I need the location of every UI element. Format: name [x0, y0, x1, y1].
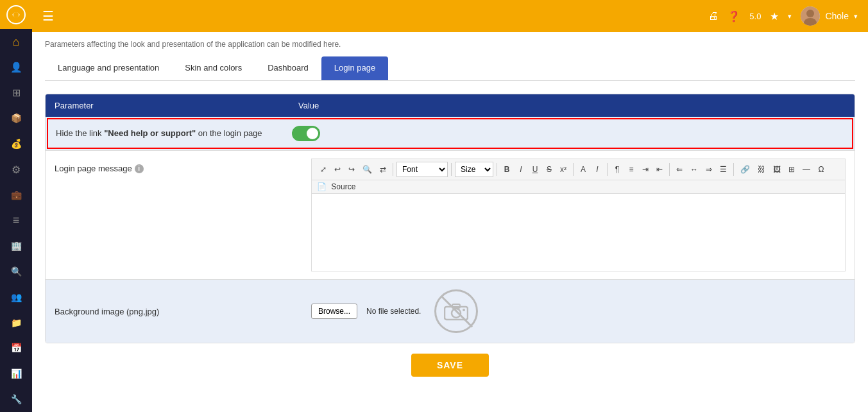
sidebar-item-folder[interactable]: 📁	[0, 310, 32, 336]
font-select[interactable]: Font	[396, 162, 448, 177]
sidebar-item-user[interactable]: 👤	[0, 55, 32, 80]
sidebar-item-building[interactable]: 🏢	[0, 233, 32, 259]
save-area: SAVE	[45, 343, 855, 383]
editor-indent-btn[interactable]: ⇥	[639, 162, 652, 177]
editor-font-color-btn[interactable]: A	[577, 162, 590, 177]
editor-undo-btn[interactable]: ↩	[331, 162, 344, 177]
sidebar-item-box[interactable]: 📦	[0, 106, 32, 132]
editor-unordered-list-btn[interactable]: ≡	[625, 162, 638, 177]
sidebar-item-wrench[interactable]: 🔧	[0, 386, 32, 412]
editor-wrapper: ⤢ ↩ ↪ 🔍 ⇄ Font	[311, 159, 846, 271]
editor-ordered-list-btn[interactable]: ¶	[611, 162, 624, 177]
toolbar-divider-3	[497, 163, 497, 176]
hide-help-link-row: Hide the link "Need help or support" on …	[47, 118, 853, 149]
svg-point-8	[463, 309, 465, 311]
editor-superscript-btn[interactable]: x²	[557, 162, 570, 177]
save-button[interactable]: SAVE	[411, 354, 489, 377]
editor-special-chars-btn[interactable]: Ω	[815, 162, 828, 177]
info-icon: i	[135, 164, 144, 173]
tab-dashboard[interactable]: Dashboard	[255, 56, 321, 80]
login-message-row: Login page message i ⤢ ↩ ↪ 🔍	[46, 150, 855, 279]
help-icon[interactable]: ❓	[728, 10, 740, 22]
editor-hr-btn[interactable]: —	[799, 162, 813, 177]
toolbar-divider-4	[573, 163, 574, 176]
editor-table-btn[interactable]: ⊞	[785, 162, 798, 177]
editor-redo-btn[interactable]: ↪	[345, 162, 358, 177]
editor-italic-btn[interactable]: I	[515, 162, 527, 177]
user-name: Chole	[825, 11, 849, 21]
editor-strikethrough-btn[interactable]: S	[543, 162, 556, 177]
bg-image-value: Browse... No file selected.	[311, 304, 421, 319]
main-area: ☰ 🖨 ❓ 5.0 ★ ▾ Chole ▾ Paramete	[32, 0, 868, 412]
user-dropdown-icon: ▾	[854, 12, 858, 21]
sidebar-item-chart[interactable]: 📊	[0, 361, 32, 386]
bg-image-row: Background image (png,jpg) Browse... No …	[46, 279, 855, 343]
print-icon[interactable]: 🖨	[708, 10, 719, 22]
toolbar-divider-6	[669, 163, 670, 176]
help-link-text: "Need help or support"	[104, 128, 196, 138]
editor-source-bar[interactable]: 📄 Source	[312, 180, 845, 194]
editor-underline-btn[interactable]: U	[529, 162, 541, 177]
editor-align-right-btn[interactable]: ⇒	[702, 162, 715, 177]
toggle-slider	[292, 126, 320, 141]
editor-unlink-btn[interactable]: ⛓	[754, 162, 769, 177]
hamburger-menu[interactable]: ☰	[42, 8, 54, 24]
editor-align-justify-btn[interactable]: ☰	[717, 162, 730, 177]
topbar: ☰ 🖨 ❓ 5.0 ★ ▾ Chole ▾	[32, 0, 868, 32]
sidebar-item-home[interactable]: ⌂	[0, 29, 32, 55]
editor-align-center-btn[interactable]: ↔	[687, 162, 701, 177]
editor-replace-btn[interactable]: ⇄	[377, 162, 389, 177]
parameter-table: Parameter Value Hide the link "Need help…	[45, 94, 855, 343]
editor-expand-btn[interactable]: ⤢	[317, 162, 330, 177]
sidebar-item-coins[interactable]: 💰	[0, 131, 32, 157]
sidebar-item-search[interactable]: 🔍	[0, 259, 32, 284]
sidebar-item-persons[interactable]: 👥	[0, 284, 32, 310]
hide-help-link-label: Hide the link "Need help or support" on …	[56, 127, 292, 141]
user-menu[interactable]: Chole ▾	[801, 6, 858, 26]
toolbar-divider-1	[393, 163, 393, 176]
page-description: Parameters affecting the look and presen…	[45, 40, 855, 49]
source-label: Source	[331, 182, 355, 191]
tab-skin[interactable]: Skin and colors	[172, 56, 255, 80]
avatar	[801, 6, 820, 26]
editor-link-btn[interactable]: 🔗	[737, 162, 753, 177]
editor-find-btn[interactable]: 🔍	[359, 162, 375, 177]
camera-icon	[434, 289, 478, 333]
tab-language[interactable]: Language and presentation	[45, 56, 172, 80]
sidebar-item-grid[interactable]: ⊞	[0, 80, 32, 106]
table-header: Parameter Value	[46, 94, 855, 117]
page-content: Parameters affecting the look and presen…	[32, 32, 868, 412]
value-col-header: Value	[298, 101, 846, 110]
editor-bold-btn[interactable]: B	[500, 162, 513, 177]
editor-image-btn[interactable]: 🖼	[770, 162, 784, 177]
size-select[interactable]: Size	[455, 162, 493, 177]
source-icon: 📄	[317, 182, 327, 191]
sidebar-item-calendar[interactable]: 📅	[0, 336, 32, 361]
svg-point-3	[806, 10, 814, 17]
param-col-header: Parameter	[55, 101, 298, 110]
editor-align-left-btn[interactable]: ⇐	[673, 162, 686, 177]
version-label: 5.0	[749, 12, 761, 21]
bg-image-label: Background image (png,jpg)	[55, 307, 298, 316]
star-icon[interactable]: ★	[770, 10, 779, 22]
sidebar-logo[interactable]	[0, 0, 32, 29]
sidebar: ⌂ 👤 ⊞ 📦 💰 ⚙ 💼 ≡ 🏢 🔍 👥 📁 📅 📊 🔧	[0, 0, 32, 412]
tab-login[interactable]: Login page	[321, 56, 388, 80]
sidebar-item-briefcase[interactable]: 💼	[0, 182, 32, 208]
sidebar-item-tools[interactable]: ⚙	[0, 157, 32, 182]
editor-outdent-btn[interactable]: ⇤	[653, 162, 666, 177]
svg-point-6	[452, 309, 461, 318]
sidebar-item-layers[interactable]: ≡	[0, 208, 32, 234]
rich-text-editor: ⤢ ↩ ↪ 🔍 ⇄ Font	[311, 159, 846, 271]
chevron-down-icon[interactable]: ▾	[788, 12, 792, 21]
hide-help-toggle-value	[292, 126, 844, 141]
toolbar-divider-5	[607, 163, 608, 176]
toolbar-divider-2	[451, 163, 452, 176]
browse-button[interactable]: Browse...	[311, 304, 357, 319]
editor-body[interactable]	[312, 194, 845, 271]
hide-help-toggle[interactable]	[292, 126, 320, 141]
editor-font-italic2-btn[interactable]: I	[591, 162, 604, 177]
editor-toolbar: ⤢ ↩ ↪ 🔍 ⇄ Font	[312, 159, 845, 180]
tabs-container: Language and presentation Skin and color…	[45, 56, 855, 81]
camera-placeholder	[434, 289, 479, 334]
